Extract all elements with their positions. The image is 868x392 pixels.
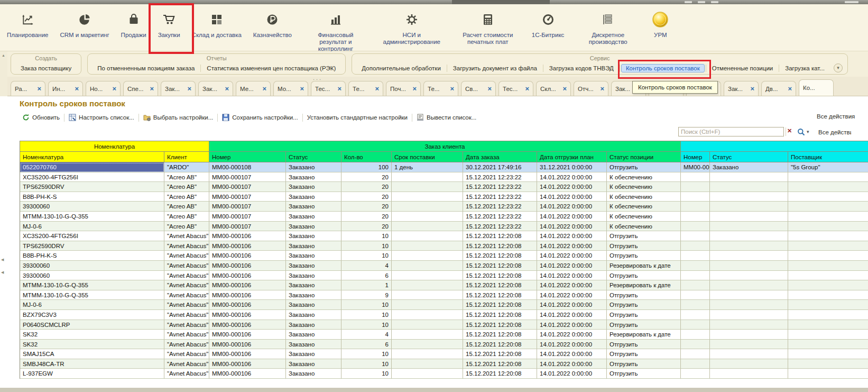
search-all-actions-button[interactable]: Все действия bbox=[818, 129, 851, 135]
column-header-order-number[interactable]: Номер bbox=[209, 152, 286, 162]
document-tab[interactable]: Скл...× bbox=[536, 81, 571, 96]
tab-close-icon[interactable]: × bbox=[750, 85, 754, 92]
table-row[interactable]: L-937EGW"Avnet Abacus"MM00-000106Заказан… bbox=[20, 369, 868, 379]
table-row[interactable]: MTMM-130-10-G-Q-355"Avnet Abacus"MM00-00… bbox=[20, 280, 868, 290]
tab-close-icon[interactable]: × bbox=[788, 85, 792, 92]
table-row[interactable]: MTMM-130-10-G-Q-355"Avnet Abacus"MM00-00… bbox=[20, 290, 868, 300]
section-item-treasury[interactable]: Казначейство bbox=[247, 4, 298, 39]
tab-close-icon[interactable]: × bbox=[300, 85, 304, 92]
document-tab[interactable]: Но...× bbox=[86, 81, 121, 96]
column-header-ship-date-plan[interactable]: Дата отгрузки план bbox=[537, 152, 607, 162]
table-row[interactable]: 39300060"Avnet Abacus"MM00-000106Заказан… bbox=[20, 261, 868, 271]
toolbar-button-refresh[interactable]: Обновить bbox=[19, 113, 63, 122]
close-icon[interactable] bbox=[711, 1, 718, 3]
toolbar-button-configure-list[interactable]: Настроить список... bbox=[65, 113, 138, 122]
ribbon-button-load-document-from-file[interactable]: Загрузить документ из файла bbox=[448, 64, 542, 72]
document-tab[interactable]: Зак...× bbox=[198, 81, 233, 96]
document-tab[interactable]: Зак...× bbox=[161, 81, 196, 96]
table-row[interactable]: B8B-PH-K-S"Acreo AB"MM00-000107Заказано2… bbox=[20, 192, 868, 202]
section-item-urm[interactable]: УРМ bbox=[646, 4, 675, 39]
panel-expand-icon[interactable]: ◀ bbox=[1, 258, 4, 262]
table-row[interactable]: TPS62590DRV"Acreo AB"MM00-000107Заказано… bbox=[20, 182, 868, 192]
column-header-supplier[interactable]: Поставщик bbox=[788, 152, 868, 162]
document-tab[interactable]: Тес...× bbox=[311, 81, 346, 96]
document-tab[interactable]: Те...× bbox=[423, 81, 458, 96]
document-tab[interactable]: Ра...× bbox=[11, 81, 45, 96]
search-clear-icon[interactable]: ✕ bbox=[786, 127, 793, 136]
document-tab[interactable]: Св...× bbox=[461, 81, 496, 96]
table-row[interactable]: SK32"Avnet Abacus"MM00-000106Заказано615… bbox=[20, 340, 868, 350]
document-tab[interactable]: Тес...× bbox=[498, 81, 533, 96]
document-tab[interactable]: Зак...× bbox=[724, 81, 759, 96]
ribbon-button-delivery-control[interactable]: Контроль сроков поставок bbox=[621, 64, 705, 72]
minimize-icon[interactable] bbox=[685, 1, 692, 3]
document-tab[interactable]: Ко... bbox=[799, 79, 834, 96]
section-item-purchases[interactable]: Закупки bbox=[152, 4, 186, 39]
table-row[interactable]: SK32"Avnet Abacus"MM00-000106Заказано415… bbox=[20, 330, 868, 340]
restore-icon[interactable] bbox=[698, 1, 705, 3]
ribbon-button-cancelled-order-positions-report[interactable]: По отменненным позициям заказа bbox=[93, 64, 199, 72]
tab-close-icon[interactable]: × bbox=[150, 85, 154, 92]
table-row[interactable]: 39300060"Avnet Abacus"MM00-000106Заказан… bbox=[20, 271, 868, 281]
section-item-crm-marketing[interactable]: CRM и маркетинг bbox=[54, 4, 115, 39]
ribbon-button-order-to-supplier[interactable]: Заказ поставщику bbox=[16, 64, 76, 72]
ribbon-button-load-cat[interactable]: Загрузка кат... bbox=[780, 64, 829, 72]
column-header-po-number[interactable]: Номер bbox=[681, 152, 710, 162]
search-input[interactable] bbox=[678, 127, 784, 136]
tab-close-icon[interactable]: × bbox=[187, 85, 191, 92]
table-row[interactable]: SMBJ48CA-TR"Avnet Abacus"MM00-000106Зака… bbox=[20, 359, 868, 369]
column-header-client[interactable]: Клиент bbox=[164, 152, 209, 162]
table-row[interactable]: MTMM-130-10-G-Q-355"Acreo AB"MM00-000107… bbox=[20, 212, 868, 222]
document-tab[interactable]: Ин...× bbox=[48, 81, 83, 96]
tab-close-icon[interactable]: × bbox=[487, 85, 492, 92]
tab-close-icon[interactable]: × bbox=[262, 85, 266, 92]
document-tab[interactable]: Мо...× bbox=[273, 81, 308, 96]
panel-expand-icon[interactable]: ◀ bbox=[1, 270, 4, 275]
table-row[interactable]: XC3S200-4FTG256I"Avnet Abacus"MM00-00010… bbox=[20, 231, 868, 241]
tab-close-icon[interactable]: × bbox=[112, 85, 116, 92]
toolbar-button-set-default-settings[interactable]: Установить стандартные настройки bbox=[303, 113, 411, 122]
table-row[interactable]: XC3S200-4FTG256I"Acreo AB"MM00-000107Зак… bbox=[20, 172, 868, 183]
chevron-down-circle-icon[interactable]: ▾ bbox=[834, 63, 843, 72]
document-tab[interactable]: Поч...× bbox=[386, 81, 421, 96]
ribbon-button-extra-processing[interactable]: Дополнительные обработки bbox=[357, 64, 445, 72]
all-actions-button[interactable]: Все действия bbox=[817, 113, 868, 120]
section-item-discrete-production[interactable]: Дискретное производство bbox=[570, 4, 646, 45]
section-item-sales[interactable]: Продажи bbox=[115, 4, 152, 39]
tab-close-icon[interactable]: × bbox=[337, 85, 341, 92]
table-row[interactable]: 0522070760"ARDO"MM00-000108Заказано1001 … bbox=[20, 162, 868, 172]
chevron-down-icon[interactable]: ▾ bbox=[807, 129, 809, 134]
column-header-position-status[interactable]: Статус позиции bbox=[607, 152, 681, 162]
document-tab[interactable]: Ме...× bbox=[236, 81, 271, 96]
tab-close-icon[interactable]: × bbox=[450, 85, 454, 92]
table-row[interactable]: B8B-PH-K-S"Avnet Abacus"MM00-000106Заказ… bbox=[20, 251, 868, 261]
tab-close-icon[interactable]: × bbox=[225, 85, 229, 92]
tab-close-icon[interactable]: × bbox=[412, 85, 417, 92]
document-tab[interactable]: Те...× bbox=[348, 81, 383, 96]
section-item-bitrix[interactable]: 1С-Битрикс bbox=[526, 4, 570, 39]
table-row[interactable]: 39300060"Acreo AB"MM00-000107Заказано201… bbox=[20, 202, 868, 212]
ribbon-button-supplier-price-stats-report[interactable]: Статистика изменения цен поставщика (РЭК… bbox=[202, 64, 340, 72]
document-tab[interactable]: Спе...× bbox=[123, 81, 158, 96]
scroll-up-icon[interactable]: ▲ bbox=[2, 53, 5, 57]
ribbon-button-load-tnved-codes[interactable]: Загрузка кодов ТНВЭД bbox=[544, 64, 618, 72]
document-tab[interactable]: Дв...× bbox=[761, 81, 796, 96]
table-row[interactable]: BZX79C3V3"Avnet Abacus"MM00-000106Заказа… bbox=[20, 310, 868, 320]
table-row[interactable]: P0640SCMCLRP"Avnet Abacus"MM00-000106Зак… bbox=[20, 320, 868, 330]
ribbon-button-cancelled-positions[interactable]: Отмененные позиции bbox=[707, 64, 778, 72]
table-row[interactable]: MJ-0-6"Avnet Abacus"MM00-000106Заказано1… bbox=[20, 300, 868, 310]
tab-close-icon[interactable]: × bbox=[75, 85, 79, 92]
search-icon[interactable] bbox=[797, 128, 805, 137]
table-row[interactable]: MJ-0-6"Acreo AB"MM00-000107Заказано2015.… bbox=[20, 222, 868, 232]
column-header-delivery-term[interactable]: Срок поставки bbox=[392, 152, 463, 162]
tab-close-icon[interactable]: × bbox=[37, 85, 41, 92]
section-item-nsi-admin[interactable]: НСИ и администрирование bbox=[374, 4, 450, 45]
section-item-pcb-cost[interactable]: Расчет стоимости печатных плат bbox=[450, 4, 526, 45]
tab-close-icon[interactable]: × bbox=[375, 85, 379, 92]
column-header-order-status[interactable]: Статус bbox=[286, 152, 341, 162]
tab-close-icon[interactable]: × bbox=[525, 85, 529, 92]
column-header-order-date[interactable]: Дата заказа bbox=[463, 152, 537, 162]
table-row[interactable]: TPS62590DRV"Avnet Abacus"MM00-000106Зака… bbox=[20, 241, 868, 251]
column-header-qty[interactable]: Кол-во bbox=[341, 152, 392, 162]
section-item-finance-result[interactable]: Финансовый результат и контроллинг bbox=[298, 4, 374, 52]
